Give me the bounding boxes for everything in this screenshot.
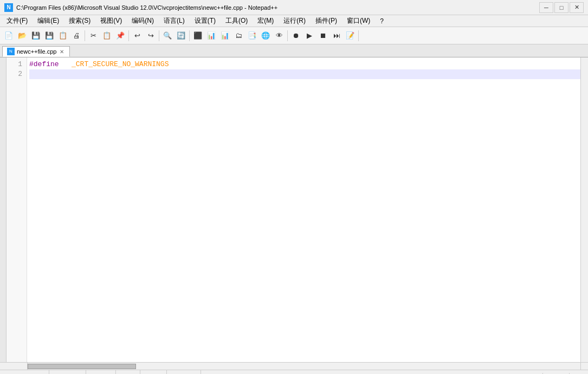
toolbar-button-9[interactable]: 📌 [114, 29, 127, 42]
status-bar: C++ source file length : 35 lines : 2 Ln… [0, 370, 588, 374]
code-space [59, 60, 72, 69]
toolbar-button-3[interactable]: 💾 [43, 29, 56, 42]
toolbar-button-7[interactable]: ✂ [87, 29, 100, 42]
status-filetype: C++ source file [0, 370, 49, 374]
toolbar-button-2[interactable]: 💾 [29, 29, 42, 42]
menu-item-p[interactable]: 插件(P) [311, 16, 341, 27]
menu-item-r[interactable]: 运行(R) [279, 16, 310, 27]
toolbar-button-5[interactable]: 🖨 [70, 29, 83, 42]
keyword-define: #define [29, 60, 59, 69]
toolbar-button-29[interactable]: 📝 [344, 29, 357, 42]
close-button[interactable]: ✕ [570, 2, 584, 13]
tab-0[interactable]: Nnewc++file.cpp✕ [2, 46, 70, 57]
status-sel: Sel : 0 | 0 [167, 370, 201, 374]
toolbar-separator [189, 30, 190, 41]
code-line-2 [29, 69, 580, 79]
tab-icon-0: N [7, 48, 15, 55]
toolbar: 📄📂💾💾📋🖨✂📋📌↩↪🔍🔄⬛📊📊🗂📑🌐👁⏺▶⏹⏭📝 [0, 27, 588, 44]
toolbar-button-23[interactable]: 👁 [273, 29, 286, 42]
menu-item-l[interactable]: 语言(L) [159, 16, 189, 27]
toolbar-separator [159, 30, 159, 41]
menu-item-[interactable]: ? [376, 16, 388, 27]
hscroll-left-pad [0, 363, 28, 370]
tab-close-0[interactable]: ✕ [59, 48, 65, 55]
tab-label-0: newc++file.cpp [17, 48, 56, 55]
status-col: Col : 1 [140, 370, 167, 374]
toolbar-button-11[interactable]: ↩ [131, 29, 144, 42]
status-ln: Ln : 2 [116, 370, 140, 374]
toolbar-separator [128, 30, 129, 41]
toolbar-separator [287, 30, 288, 41]
window-controls: ─ □ ✕ [539, 2, 584, 13]
vertical-scrollbar[interactable] [580, 57, 588, 362]
title-bar: N C:\Program Files (x86)\Microsoft Visua… [0, 0, 588, 15]
toolbar-button-17[interactable]: ⬛ [191, 29, 204, 42]
toolbar-button-27[interactable]: ⏹ [316, 29, 329, 42]
toolbar-button-19[interactable]: 📊 [218, 29, 231, 42]
toolbar-button-18[interactable]: 📊 [205, 29, 218, 42]
menu-item-t[interactable]: 设置(T) [190, 16, 220, 27]
minimize-button[interactable]: ─ [539, 2, 553, 13]
code-line-1: #define _CRT_SECURE_NO_WARNINGS [29, 60, 580, 69]
menu-item-s[interactable]: 搜索(S) [64, 16, 95, 27]
window-title: C:\Program Files (x86)\Microsoft Visual … [16, 4, 539, 11]
line-number-2: 2 [7, 69, 24, 79]
toolbar-separator [358, 30, 359, 41]
code-area[interactable]: #define _CRT_SECURE_NO_WARNINGS [27, 57, 580, 362]
menu-item-w[interactable]: 窗口(W) [343, 16, 374, 27]
app-icon: N [4, 3, 13, 12]
toolbar-button-28[interactable]: ⏭ [330, 29, 343, 42]
horizontal-scrollbar[interactable] [0, 362, 588, 370]
toolbar-button-8[interactable]: 📋 [100, 29, 113, 42]
toolbar-button-26[interactable]: ▶ [303, 29, 316, 42]
menu-item-m[interactable]: 宏(M) [253, 16, 278, 27]
toolbar-button-20[interactable]: 🗂 [232, 29, 245, 42]
menu-item-e[interactable]: 编辑(E) [33, 16, 63, 27]
status-length: length : 35 [49, 370, 86, 374]
status-lines: lines : 2 [86, 370, 116, 374]
line-numbers: 12 [7, 57, 27, 362]
line-number-1: 1 [7, 60, 24, 69]
menu-item-n[interactable]: 编码(N) [127, 16, 158, 27]
toolbar-button-14[interactable]: 🔍 [161, 29, 174, 42]
hscroll-right[interactable] [580, 363, 588, 370]
editor-container: 12 #define _CRT_SECURE_NO_WARNINGS [0, 57, 588, 362]
hscroll-track[interactable] [28, 363, 580, 370]
tab-bar: Nnewc++file.cpp✕ [0, 44, 588, 57]
toolbar-button-15[interactable]: 🔄 [175, 29, 188, 42]
fold-margin [0, 57, 7, 362]
toolbar-button-21[interactable]: 📑 [245, 29, 259, 42]
menu-item-f[interactable]: 文件(F) [2, 16, 32, 27]
menu-item-v[interactable]: 视图(V) [96, 16, 126, 27]
menu-item-o[interactable]: 工具(O) [221, 16, 252, 27]
toolbar-button-25[interactable]: ⏺ [289, 29, 302, 42]
toolbar-button-0[interactable]: 📄 [2, 29, 15, 42]
define-value: _CRT_SECURE_NO_WARNINGS [72, 60, 169, 69]
toolbar-button-12[interactable]: ↪ [144, 29, 157, 42]
toolbar-button-4[interactable]: 📋 [56, 29, 69, 42]
menu-bar: 文件(F)编辑(E)搜索(S)视图(V)编码(N)语言(L)设置(T)工具(O)… [0, 15, 588, 27]
toolbar-button-22[interactable]: 🌐 [259, 29, 272, 42]
hscroll-thumb[interactable] [28, 364, 136, 369]
toolbar-separator [85, 30, 85, 41]
maximize-button[interactable]: □ [554, 2, 568, 13]
toolbar-button-1[interactable]: 📂 [16, 29, 29, 42]
